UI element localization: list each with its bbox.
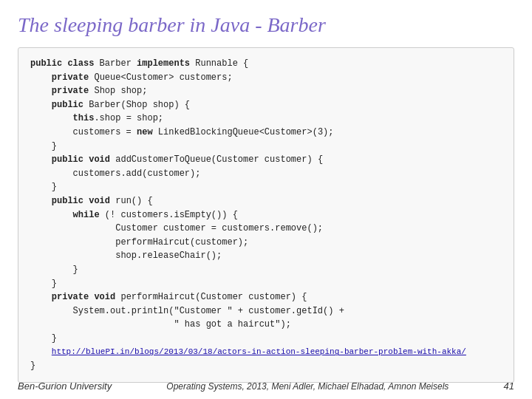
code-content: public class Barber implements Runnable …: [30, 57, 502, 373]
footer-university: Ben-Gurion University: [18, 381, 112, 392]
footer-page: 41: [504, 381, 514, 392]
reference-link[interactable]: http://bluePI.in/blogs/2013/03/18/actors…: [52, 347, 466, 356]
code-box: public class Barber implements Runnable …: [18, 47, 514, 383]
footer-course: Operating Systems, 2013, Meni Adler, Mic…: [166, 381, 449, 392]
footer: Ben-Gurion University Operating Systems,…: [0, 381, 532, 392]
slide-title: The sleeping barber in Java - Barber: [18, 13, 514, 37]
slide-container: The sleeping barber in Java - Barber pub…: [0, 0, 532, 399]
